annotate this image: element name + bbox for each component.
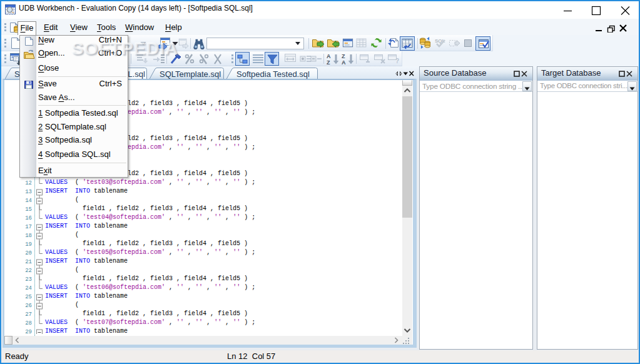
- svg-text:Z: Z: [342, 53, 345, 59]
- svg-text:Softpedia Tested.sql: Softpedia Tested.sql: [236, 69, 310, 79]
- svg-text:A: A: [342, 59, 346, 65]
- svg-text:A: A: [327, 53, 331, 59]
- svg-text:SQLTemplate.sql: SQLTemplate.sql: [160, 69, 221, 79]
- svg-text:Z: Z: [327, 59, 330, 65]
- svg-text:?: ?: [395, 58, 399, 64]
